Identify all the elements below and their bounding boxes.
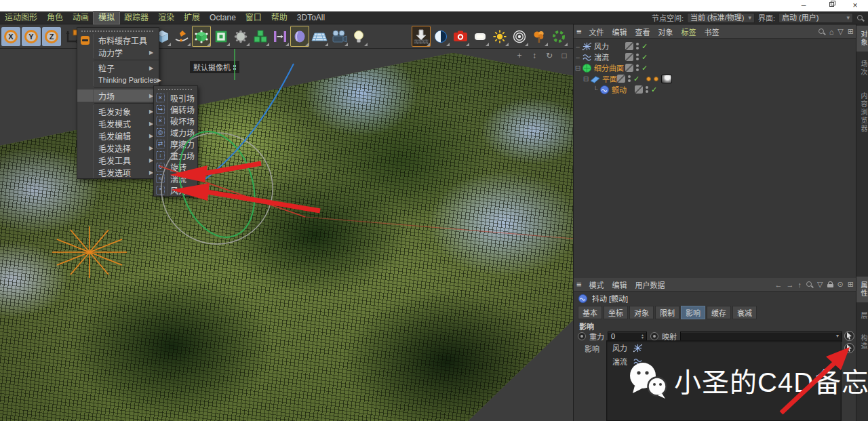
menu-extensions[interactable]: 扩展 bbox=[179, 12, 205, 24]
layer-toggle[interactable] bbox=[625, 53, 633, 61]
visibility-dots[interactable] bbox=[628, 75, 631, 82]
hamburger-icon[interactable]: ≡ bbox=[576, 279, 582, 289]
enabled-check-icon[interactable]: ✓ bbox=[642, 42, 648, 51]
submenu-item-deflector[interactable]: ↪ 偏转场 bbox=[154, 104, 197, 115]
maximize-view-icon[interactable]: □ bbox=[559, 51, 569, 60]
tag-icon[interactable] bbox=[654, 77, 658, 81]
render-view-button[interactable] bbox=[451, 26, 470, 47]
target-icon[interactable]: ⊙ bbox=[837, 280, 844, 289]
object-row-wind[interactable]: – 风力 ✓ bbox=[574, 41, 856, 52]
dock-tab-layers[interactable]: 层 bbox=[856, 308, 868, 324]
object-row-sds[interactable]: ⊟ 细分曲面 ✓ bbox=[574, 62, 856, 73]
menu-animate[interactable]: 动画 bbox=[68, 12, 94, 24]
menu-window[interactable]: 窗口 bbox=[241, 12, 267, 24]
new-panel-icon[interactable]: ⊞ bbox=[848, 280, 854, 289]
om-menu-file[interactable]: 文件 bbox=[586, 26, 608, 37]
layer-toggle[interactable] bbox=[635, 85, 643, 94]
menu-3dtoall[interactable]: 3DToAll bbox=[292, 12, 330, 24]
mapping-key-radio[interactable] bbox=[650, 332, 658, 340]
forward-icon[interactable]: → bbox=[787, 281, 794, 289]
floor-button[interactable] bbox=[310, 26, 329, 47]
menu-item-dynamics[interactable]: 动力学 ▶ bbox=[77, 46, 159, 58]
point-mode-button[interactable] bbox=[231, 26, 250, 47]
menu-tearoff[interactable] bbox=[158, 87, 193, 92]
pan-view-icon[interactable]: + bbox=[515, 51, 524, 60]
drop-to-floor-button[interactable] bbox=[412, 26, 431, 47]
tab-falloff[interactable]: 衰减 bbox=[732, 306, 757, 319]
visibility-dots[interactable] bbox=[636, 64, 639, 71]
submenu-item-field-force[interactable]: ◎ 域力场 bbox=[154, 127, 197, 138]
menu-octane[interactable]: Octane bbox=[205, 12, 241, 24]
menu-item-cloth-cache[interactable]: 布料缓存工具 bbox=[77, 34, 159, 46]
tree-object-button[interactable] bbox=[530, 26, 549, 47]
dock-tab-attributes[interactable]: 属性 bbox=[856, 277, 868, 302]
menu-motion-graphics[interactable]: 运动图形 bbox=[0, 12, 42, 24]
layer-toggle[interactable] bbox=[617, 75, 625, 83]
tab-influence[interactable]: 影响 bbox=[681, 306, 705, 319]
tab-coord[interactable]: 坐标 bbox=[604, 306, 628, 319]
submenu-item-destructor[interactable]: × 破坏场 bbox=[154, 115, 197, 127]
menu-item-hair-select[interactable]: 毛发选择 ▶ bbox=[77, 142, 159, 154]
visibility-dots[interactable] bbox=[646, 86, 648, 93]
make-editable-button[interactable] bbox=[192, 26, 211, 47]
enabled-check-icon[interactable]: ✓ bbox=[642, 53, 648, 62]
layer-toggle[interactable] bbox=[625, 42, 633, 50]
target-light-button[interactable] bbox=[510, 26, 529, 47]
enabled-check-icon[interactable]: ✓ bbox=[633, 75, 639, 83]
back-icon[interactable]: ← bbox=[775, 281, 783, 289]
close-button[interactable]: × bbox=[842, 0, 868, 12]
filter-icon[interactable]: ▽ bbox=[837, 27, 843, 36]
submenu-item-gravity[interactable]: ↓ 重力场 bbox=[154, 150, 197, 161]
submenu-item-turbulence[interactable]: ≈ 湍流 bbox=[154, 173, 197, 184]
tab-restriction[interactable]: 限制 bbox=[655, 306, 679, 319]
tab-basic[interactable]: 基本 bbox=[578, 306, 602, 319]
search-icon[interactable] bbox=[856, 14, 864, 22]
model-mode-button[interactable] bbox=[212, 26, 231, 47]
filter-icon[interactable]: ▽ bbox=[817, 280, 823, 289]
phong-tag-icon[interactable] bbox=[646, 77, 651, 81]
section-influence[interactable]: 影响 bbox=[579, 321, 594, 332]
object-row-jiggle[interactable]: └ 颤动 ✓ bbox=[574, 84, 856, 95]
menu-tearoff[interactable] bbox=[81, 29, 155, 33]
dock-tab-content-browser[interactable]: 内容浏览器 bbox=[856, 85, 868, 140]
search-icon[interactable] bbox=[818, 28, 825, 35]
sun-light-button[interactable] bbox=[490, 26, 509, 47]
new-panel-icon[interactable]: ⊞ bbox=[848, 27, 854, 36]
om-menu-view[interactable]: 查看 bbox=[632, 26, 654, 37]
dock-tab-structure[interactable]: 构造 bbox=[856, 329, 868, 355]
menu-item-hair-tools[interactable]: 毛发工具 ▶ bbox=[77, 154, 159, 166]
rotate-view-icon[interactable]: ↻ bbox=[545, 51, 554, 60]
hamburger-icon[interactable]: ≡ bbox=[576, 26, 582, 37]
zoom-view-icon[interactable]: ↕ bbox=[530, 51, 539, 60]
enabled-check-icon[interactable]: ✓ bbox=[642, 64, 648, 73]
symmetry-button[interactable] bbox=[271, 26, 290, 47]
contrast-button[interactable] bbox=[431, 26, 450, 47]
menu-item-thinking-particles[interactable]: Thinking Particles ▶ bbox=[77, 74, 159, 86]
menu-item-hair-options[interactable]: 毛发选项 ▶ bbox=[77, 166, 159, 178]
menu-tracker[interactable]: 跟踪器 bbox=[119, 12, 153, 24]
mapping-picker-button[interactable] bbox=[844, 331, 854, 341]
tab-cache[interactable]: 缓存 bbox=[707, 306, 731, 319]
minimize-button[interactable]: – bbox=[791, 0, 816, 12]
expander-icon[interactable]: ⊟ bbox=[574, 64, 582, 72]
submenu-item-wind[interactable]: * 风力 bbox=[154, 184, 197, 196]
dock-tab-objects[interactable]: 对象 bbox=[856, 26, 868, 52]
interface-select[interactable]: 启动 (用户) ▾ bbox=[778, 13, 853, 23]
submenu-item-rotation[interactable]: ↻ 旋转 bbox=[154, 161, 197, 173]
enabled-check-icon[interactable]: ✓ bbox=[651, 85, 657, 94]
spline-pen-button[interactable] bbox=[172, 26, 191, 47]
menu-help[interactable]: 帮助 bbox=[267, 12, 292, 24]
submenu-item-friction[interactable]: ⇄ 摩擦力 bbox=[154, 138, 197, 150]
menu-character[interactable]: 角色 bbox=[42, 12, 68, 24]
submenu-item-attractor[interactable]: × 吸引场 bbox=[154, 92, 197, 104]
menu-item-particles[interactable]: 粒子 ▶ bbox=[77, 62, 159, 74]
expander-icon[interactable]: ⊟ bbox=[582, 75, 590, 83]
metaball-button[interactable] bbox=[290, 26, 309, 47]
polygon-mode-button[interactable] bbox=[251, 26, 270, 47]
menu-item-hair-mode[interactable]: 毛发模式 ▶ bbox=[77, 117, 159, 129]
home-icon[interactable]: ⌂ bbox=[829, 28, 834, 36]
layer-toggle[interactable] bbox=[625, 64, 633, 72]
area-light-button[interactable] bbox=[471, 26, 490, 47]
camera-button[interactable] bbox=[330, 26, 349, 47]
camera-label[interactable]: 默认摄像机 bbox=[190, 61, 239, 73]
